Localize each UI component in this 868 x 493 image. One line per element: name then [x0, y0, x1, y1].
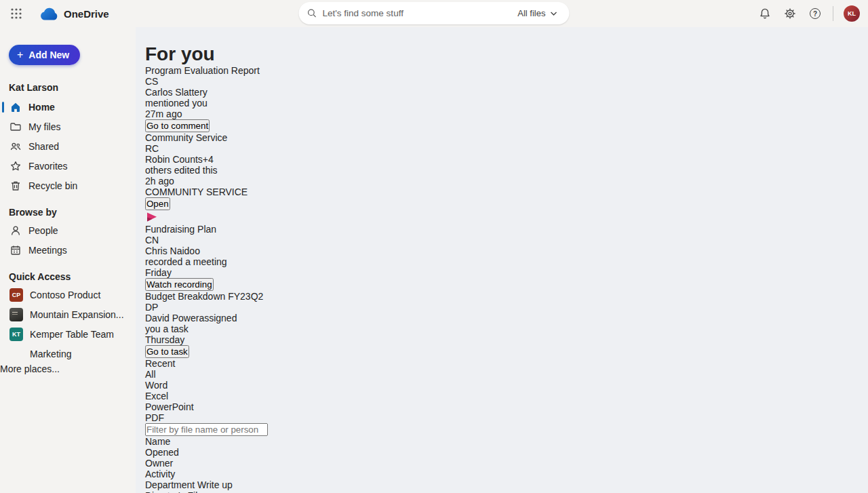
- card-program-evaluation-report: Program Evaluation Report CS Carlos Slat…: [145, 65, 858, 132]
- sidebar-item-label: My files: [28, 121, 60, 132]
- quick-access-label: Kemper Table Team: [30, 329, 114, 340]
- card-activity-text: David Powerassigned you a task Thursday: [145, 313, 858, 345]
- filter-label: PowerPoint: [145, 401, 194, 412]
- shared-people-icon: [9, 140, 22, 153]
- filter-label: All: [145, 369, 156, 380]
- quick-access-label: Mountain Expansion...: [30, 309, 124, 320]
- quick-access-marketing[interactable]: Marketing: [0, 344, 136, 363]
- sidebar-item-label: Shared: [28, 141, 59, 152]
- sidebar-item-home[interactable]: Home: [0, 97, 136, 117]
- home-icon: [9, 101, 22, 113]
- go-to-task-button[interactable]: Go to task: [145, 345, 189, 358]
- sidebar-item-people[interactable]: People: [0, 220, 136, 240]
- waffle-dots: [10, 7, 22, 20]
- onedrive-brand[interactable]: OneDrive: [39, 7, 109, 20]
- presentation-thumbnail[interactable]: COMMUNITY SERVICE: [145, 186, 858, 197]
- quick-access-kemper-table-team[interactable]: KT Kemper Table Team: [0, 324, 136, 344]
- filter-by-name-input[interactable]: [145, 423, 268, 436]
- sidebar-item-recycle-bin[interactable]: Recycle bin: [0, 176, 136, 195]
- site-badge: [9, 347, 23, 361]
- watch-recording-button[interactable]: Watch recording: [145, 278, 214, 291]
- avatar: CS: [145, 76, 158, 87]
- settings-gear-icon[interactable]: [783, 6, 797, 21]
- more-places-link[interactable]: More places...: [0, 363, 136, 374]
- go-to-comment-button[interactable]: Go to comment: [145, 119, 210, 132]
- filter-pill-word[interactable]: Word: [145, 380, 858, 391]
- meetings-calendar-icon: [9, 244, 22, 256]
- sidebar-item-label: Meetings: [28, 245, 67, 256]
- quick-access-heading: Quick Access: [9, 271, 136, 282]
- filter-label: Excel: [145, 391, 168, 401]
- card-activity-text: Carlos Slattery mentioned you 27m ago: [145, 87, 858, 119]
- filter-label: Word: [145, 380, 167, 391]
- file-name[interactable]: Department Write up: [145, 479, 858, 490]
- sidebar-item-favorites[interactable]: Favorites: [0, 156, 136, 176]
- search-bar[interactable]: All files: [299, 2, 570, 24]
- add-new-button[interactable]: Add New: [9, 45, 80, 65]
- recent-toolbar: Recent All Word Excel PowerPoint: [145, 358, 858, 436]
- recent-files-table: Name Opened Owner Activity Department Wr…: [145, 436, 858, 493]
- card-community-service: Community Service RC Robin Counts+4 othe…: [145, 132, 858, 210]
- card-title[interactable]: Budget Breakdown FY23Q2: [145, 291, 263, 302]
- for-you-cards: Program Evaluation Report CS Carlos Slat…: [145, 65, 858, 358]
- card-timestamp: Thursday: [145, 334, 858, 345]
- open-button[interactable]: Open: [145, 197, 170, 210]
- onedrive-cloud-icon: [39, 7, 58, 20]
- sidebar-item-label: People: [28, 225, 58, 236]
- table-header: Name Opened Owner Activity: [145, 436, 858, 479]
- site-badge: [9, 308, 23, 321]
- sidebar-item-shared[interactable]: Shared: [0, 136, 136, 156]
- notifications-bell-icon[interactable]: [757, 6, 772, 21]
- card-timestamp: Friday: [145, 267, 858, 278]
- account-avatar[interactable]: KL: [844, 5, 860, 22]
- filter-pill-excel[interactable]: Excel: [145, 391, 858, 401]
- avatar: RC: [145, 143, 159, 154]
- card-title[interactable]: Program Evaluation Report: [145, 65, 260, 76]
- filter-pill-all[interactable]: All: [145, 369, 858, 380]
- file-location: Director's Files: [145, 490, 858, 493]
- quick-access-label: Marketing: [30, 349, 71, 359]
- sidebar-item-label: Favorites: [28, 161, 68, 172]
- app-launcher-waffle-icon[interactable]: [8, 5, 24, 22]
- search-icon: [307, 8, 317, 18]
- card-budget-breakdown: Budget Breakdown FY23Q2 DP David Poweras…: [145, 291, 858, 358]
- card-title[interactable]: Community Service: [145, 132, 227, 143]
- sidebar-item-label: Recycle bin: [28, 180, 77, 191]
- filter-label: PDF: [145, 412, 164, 423]
- column-header-opened[interactable]: Opened: [145, 447, 858, 458]
- person-icon: [9, 224, 22, 237]
- help-icon[interactable]: [808, 6, 823, 21]
- table-row[interactable]: Department Write up Director's Files 24m…: [145, 479, 858, 493]
- search-scope-label: All files: [517, 8, 545, 18]
- chevron-down-icon: [551, 12, 557, 16]
- trash-icon: [9, 180, 22, 192]
- search-scope-dropdown[interactable]: All files: [513, 5, 561, 21]
- column-header-activity[interactable]: Activity: [145, 469, 858, 479]
- site-badge: CP: [9, 288, 23, 302]
- filter-pill-powerpoint[interactable]: PowerPoint: [145, 401, 858, 412]
- sidebar-item-my-files[interactable]: My files: [0, 117, 136, 136]
- avatar: DP: [145, 302, 158, 313]
- app-title: OneDrive: [64, 8, 109, 20]
- search-input[interactable]: [323, 8, 514, 18]
- card-title[interactable]: Fundraising Plan: [145, 224, 216, 235]
- card-activity-text: Robin Counts+4 others edited this 2h ago: [145, 154, 858, 186]
- quick-access-mountain-expansion[interactable]: Mountain Expansion...: [0, 304, 136, 324]
- quick-access-contoso-product[interactable]: CP Contoso Product: [0, 285, 136, 304]
- topbar-divider: [833, 6, 833, 21]
- card-timestamp: 2h ago: [145, 176, 858, 186]
- column-header-name[interactable]: Name: [145, 436, 858, 447]
- avatar: CN: [145, 235, 159, 245]
- main-content: For you Program Evaluation Report CS Car…: [136, 27, 868, 493]
- column-header-owner[interactable]: Owner: [145, 458, 858, 469]
- site-badge: KT: [9, 328, 23, 341]
- sidebar-item-meetings[interactable]: Meetings: [0, 240, 136, 260]
- sidebar-user-name: Kat Larson: [9, 82, 136, 93]
- stream-video-icon: [145, 210, 159, 224]
- card-activity-text: Chris Naidoo recorded a meeting Friday: [145, 245, 858, 278]
- thumbnail-caption: COMMUNITY SERVICE: [145, 186, 858, 197]
- filter-pill-pdf[interactable]: PDF: [145, 412, 858, 423]
- add-new-label: Add New: [28, 50, 69, 60]
- folder-icon: [9, 121, 22, 133]
- for-you-heading: For you: [145, 43, 858, 65]
